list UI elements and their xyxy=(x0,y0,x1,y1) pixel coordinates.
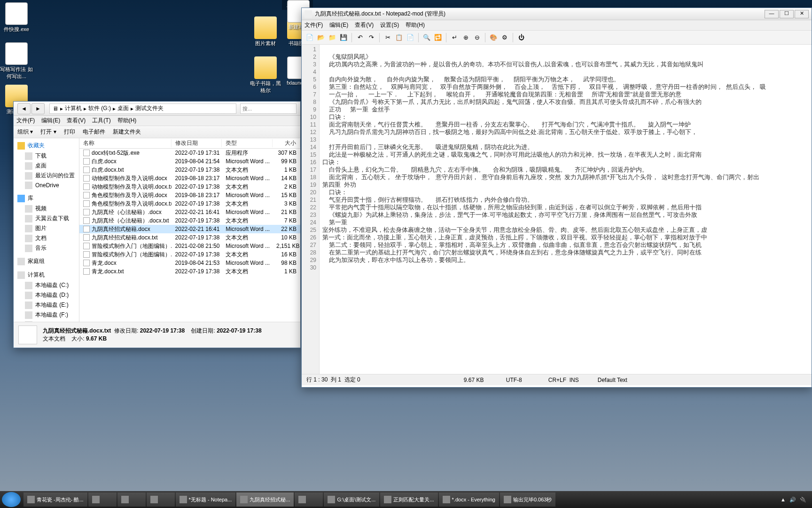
tray-icon[interactable]: ▲ xyxy=(781,497,786,502)
config-icon[interactable]: ⚙ xyxy=(500,32,510,43)
np-menu-file[interactable]: 文件(F) xyxy=(304,21,323,29)
tray-icon[interactable]: 🔌 xyxy=(800,497,806,503)
status-ins[interactable]: INS xyxy=(570,377,579,383)
col-size[interactable]: 大小 xyxy=(273,139,300,147)
open-icon[interactable]: 📂 xyxy=(316,32,326,43)
zoomin-icon[interactable]: ⊕ xyxy=(461,32,471,43)
menu-tools[interactable]: 工具(T) xyxy=(92,117,110,125)
copy-icon[interactable]: 📋 xyxy=(394,32,404,43)
nav-computer[interactable]: 计算机 xyxy=(14,270,79,280)
taskbar-item[interactable]: 青花瓷 -周杰伦- 酷... xyxy=(23,492,87,507)
close-btn[interactable]: ✕ xyxy=(795,10,809,18)
list-header[interactable]: 名称 修改日期 类型 大小 xyxy=(79,138,300,149)
desktop-icon[interactable]: 图片素材 xyxy=(249,16,282,47)
file-row[interactable]: 动物模型制作及导入说明.docx.txt2022-07-19 17:38文本文档… xyxy=(79,183,300,191)
minimize-btn[interactable]: — xyxy=(765,10,779,18)
editor-area[interactable]: 《鬼獄阴风吼》 此功属内功之高乘，为音波功的一种，是以音伤人的奇功。本功不但可以… xyxy=(320,45,812,374)
system-tray[interactable]: ▲ 🔊 🔌 xyxy=(777,497,810,503)
desktop-icon[interactable]: 电子书籍，黑格尔 xyxy=(249,56,282,94)
replace-icon[interactable]: 🔁 xyxy=(433,32,443,43)
col-type[interactable]: 类型 xyxy=(222,139,273,147)
desktop-icon[interactable]: 写格写作法 如何写出... xyxy=(0,42,33,80)
bc-seg[interactable]: 测试文件夹 xyxy=(135,104,164,112)
file-row[interactable]: 动物模型制作及导入说明.docx2019-08-18 23:17Microsof… xyxy=(79,174,300,183)
new-icon[interactable]: 📄 xyxy=(304,32,315,43)
file-row[interactable]: 九阴真经招式秘籍.docx.txt2022-07-19 17:38文本文档10 … xyxy=(79,233,300,242)
breadcrumb[interactable]: 🖥 ▸ 计算机▸ 软件 (G:)▸ 桌面▸ 测试文件夹 xyxy=(49,103,236,114)
paste-icon[interactable]: 📄 xyxy=(405,32,415,43)
redo-icon[interactable]: ↷ xyxy=(366,32,376,43)
taskbar-item[interactable] xyxy=(147,492,175,507)
nav-fwd-btn[interactable]: ► xyxy=(31,103,45,114)
np-menu-help[interactable]: 帮助(H) xyxy=(406,21,425,29)
nav-homegroup[interactable]: 家庭组 xyxy=(14,256,79,267)
zoomout-icon[interactable]: ⊖ xyxy=(472,32,482,43)
bc-seg[interactable]: 计算机 xyxy=(65,104,82,112)
file-row[interactable]: docx转txt-52版.exe2022-07-19 17:31应用程序307 … xyxy=(79,149,300,157)
nav-item[interactable]: 文档 xyxy=(14,233,79,243)
tb-organize[interactable]: 组织 ▾ xyxy=(17,128,33,136)
bc-seg[interactable]: 软件 (G:) xyxy=(88,104,111,112)
start-button[interactable] xyxy=(2,492,21,507)
nav-item[interactable]: 图片 xyxy=(14,223,79,233)
save-icon[interactable]: 💾 xyxy=(338,32,349,43)
taskbar-item[interactable]: G:\桌面\测试文... xyxy=(324,492,379,507)
file-row[interactable]: 九阴真经（心法秘籍）.docx.txt2022-07-19 17:38文本文档7… xyxy=(79,216,300,225)
tb-newfolder[interactable]: 新建文件夹 xyxy=(113,128,141,136)
file-row[interactable]: 白虎.docx2019-08-04 21:54Microsoft Word ..… xyxy=(79,157,300,166)
taskbar-item[interactable] xyxy=(295,492,323,507)
col-name[interactable]: 名称 xyxy=(79,139,172,147)
status-scheme[interactable]: Default Text xyxy=(598,377,627,383)
notepad2-titlebar[interactable]: 九阴真经招式秘籍.docx.txt - Notepad2-mod (管理员) —… xyxy=(302,8,812,20)
file-row[interactable]: 九阴真经招式秘籍.docx2022-02-21 16:41Microsoft W… xyxy=(79,225,300,233)
status-eol[interactable]: CR+LF xyxy=(548,377,566,383)
wordwrap-icon[interactable]: ↵ xyxy=(449,32,460,43)
nav-back-btn[interactable]: ◄ xyxy=(17,103,31,114)
taskbar-item[interactable]: 输出完毕0.063秒 xyxy=(500,492,556,507)
nav-item[interactable]: 桌面 xyxy=(14,161,79,171)
file-row[interactable]: 白虎.docx.txt2022-07-19 17:38文本文档1 KB xyxy=(79,166,300,174)
cut-icon[interactable]: ✂ xyxy=(383,32,393,43)
tb-email[interactable]: 电子邮件 xyxy=(83,128,105,136)
nav-item[interactable]: 本地磁盘 (D:) xyxy=(14,290,79,300)
desktop-icon[interactable]: 件快搜.exe xyxy=(0,2,33,33)
tb-open[interactable]: 打开 ▾ xyxy=(40,128,56,136)
file-row[interactable]: 青龙.docx2019-08-04 21:53Microsoft Word ..… xyxy=(79,259,300,267)
menu-help[interactable]: 帮助(H) xyxy=(117,117,137,125)
tb-print[interactable]: 打印 xyxy=(64,128,75,136)
undo-icon[interactable]: ↶ xyxy=(355,32,365,43)
taskbar-item[interactable]: *无标题 - Notepa... xyxy=(176,492,236,507)
taskbar-item[interactable]: 正则匹配大量关... xyxy=(380,492,437,507)
search-input[interactable] xyxy=(240,103,297,114)
bc-seg[interactable]: 桌面 xyxy=(117,104,129,112)
nav-libraries[interactable]: 库 xyxy=(14,193,79,204)
nav-item[interactable]: 下载 xyxy=(14,151,79,161)
menu-edit[interactable]: 编辑(E) xyxy=(41,117,60,125)
file-row[interactable]: 角色模型制作及导入说明.docx.txt2022-07-19 17:38文本文档… xyxy=(79,199,300,208)
np-menu-edit[interactable]: 编辑(E) xyxy=(329,21,348,29)
exit-icon[interactable]: ⏻ xyxy=(516,32,526,43)
file-row[interactable]: 冒险模式制作入门（地图编辑）.docx2021-02-08 21:50Micro… xyxy=(79,242,300,250)
browse-icon[interactable]: 📁 xyxy=(327,32,337,43)
taskbar-item[interactable]: *.docx - Everything xyxy=(439,492,499,507)
nav-item[interactable]: 本地磁盘 (F:) xyxy=(14,310,79,320)
taskbar-item[interactable]: 九阴真经招式秘... xyxy=(236,492,294,507)
scheme-icon[interactable]: 🎨 xyxy=(488,32,499,43)
nav-item[interactable]: OneDrive xyxy=(14,181,79,190)
nav-favorites[interactable]: 收藏夹 xyxy=(14,140,79,151)
find-icon[interactable]: 🔍 xyxy=(422,32,432,43)
tray-icon[interactable]: 🔊 xyxy=(789,497,796,503)
menu-file[interactable]: 文件(F) xyxy=(16,117,35,125)
np-menu-settings[interactable]: 设置(S) xyxy=(380,21,399,29)
col-date[interactable]: 修改日期 xyxy=(172,139,222,147)
nav-item[interactable]: 本地磁盘 (C:) xyxy=(14,280,79,290)
explorer-titlebar[interactable]: ◄ ► 🖥 ▸ 计算机▸ 软件 (G:)▸ 桌面▸ 测试文件夹 xyxy=(14,102,300,116)
taskbar-item[interactable] xyxy=(88,492,117,507)
nav-item[interactable]: 天翼云盘下载 xyxy=(14,214,79,223)
nav-item[interactable]: 音乐 xyxy=(14,243,79,253)
nav-item[interactable]: 本地磁盘 (E:) xyxy=(14,300,79,310)
np-menu-view[interactable]: 查看(V) xyxy=(355,21,374,29)
nav-item[interactable]: 视频 xyxy=(14,204,79,214)
nav-item[interactable]: 软件 (G:) xyxy=(14,320,79,322)
nav-item[interactable]: 最近访问的位置 xyxy=(14,171,79,181)
